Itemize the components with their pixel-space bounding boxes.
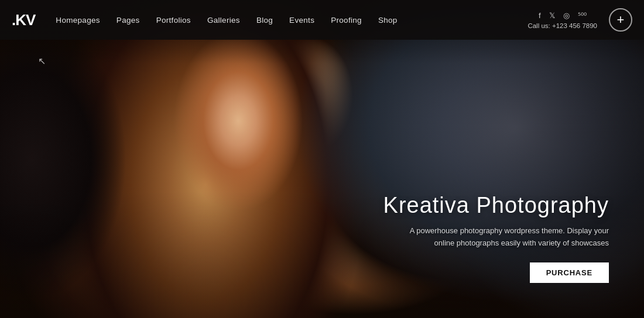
- nav-item-blog[interactable]: Blog: [256, 16, 273, 25]
- call-label: Call us: +123 456 7890: [527, 22, 597, 29]
- 500px-icon[interactable]: ⁵⁰⁰: [578, 11, 587, 20]
- nav-item-proofing[interactable]: Proofing: [331, 16, 362, 25]
- nav-item-events[interactable]: Events: [289, 16, 314, 25]
- hero-content: Kreativa Photography A powerhouse photog…: [383, 193, 609, 283]
- twitter-icon[interactable]: 𝕏: [549, 11, 555, 20]
- nav-item-pages[interactable]: Pages: [117, 16, 140, 25]
- site-logo[interactable]: .KV: [12, 11, 35, 29]
- nav-item-galleries[interactable]: Galleries: [207, 16, 240, 25]
- purchase-button[interactable]: Purchase: [530, 262, 609, 283]
- instagram-icon[interactable]: ◎: [563, 11, 570, 20]
- hero-subtitle: A powerhouse photography wordpress theme…: [398, 225, 609, 250]
- cursor: ↖: [38, 56, 46, 67]
- social-icons: f 𝕏 ◎ ⁵⁰⁰: [539, 11, 587, 20]
- navbar: .KV Homepages Pages Portfolios Galleries…: [0, 0, 644, 40]
- nav-right: f 𝕏 ◎ ⁵⁰⁰ Call us: +123 456 7890: [527, 11, 597, 29]
- nav-item-portfolios[interactable]: Portfolios: [156, 16, 191, 25]
- hero-title: Kreativa Photography: [383, 193, 609, 218]
- nav-item-shop[interactable]: Shop: [378, 16, 398, 25]
- facebook-icon[interactable]: f: [539, 11, 541, 20]
- plus-button[interactable]: +: [609, 8, 632, 32]
- nav-links: Homepages Pages Portfolios Galleries Blo…: [56, 16, 527, 25]
- nav-item-homepages[interactable]: Homepages: [56, 16, 100, 25]
